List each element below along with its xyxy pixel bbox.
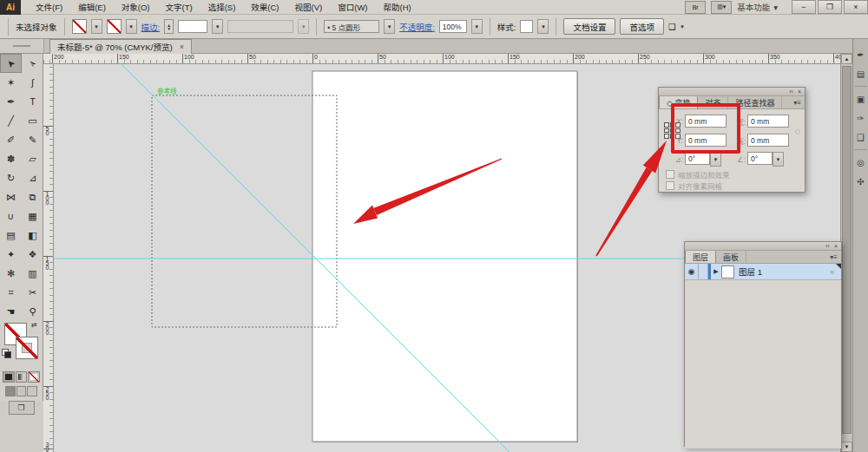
stroke-swatch[interactable]	[16, 337, 38, 359]
stroke-color-dropdown[interactable]: ▼	[126, 19, 137, 34]
menu-item[interactable]: 对象(O)	[114, 0, 158, 15]
chevron-down-icon[interactable]: ▼	[678, 20, 687, 33]
expand-arrow-icon[interactable]: ▶	[711, 264, 721, 279]
layer-thumbnail[interactable]	[721, 265, 734, 278]
magic-wand-tool[interactable]: ✶	[0, 73, 22, 92]
dock-panel-icon-appearance[interactable]: ◎	[854, 155, 868, 169]
tab-artboards[interactable]: 画板	[716, 251, 746, 263]
align-pixel-grid-checkbox[interactable]	[666, 181, 674, 190]
minimize-button[interactable]: −	[792, 0, 816, 14]
type-tool[interactable]: T	[22, 92, 43, 111]
scroll-down-icon[interactable]: ▼	[841, 442, 852, 452]
pen-tool[interactable]: ✒	[0, 92, 22, 111]
column-graph-tool[interactable]: ▥	[22, 264, 43, 283]
restore-button[interactable]: ❐	[818, 0, 842, 14]
opacity-dropdown[interactable]: ▼	[471, 19, 483, 34]
stroke-weight-input[interactable]	[178, 20, 207, 33]
free-transform-tool[interactable]: ⧉	[22, 187, 43, 206]
dock-panel-icon-graphic-styles[interactable]: ▣	[854, 92, 868, 106]
line-segment-tool[interactable]: ╱	[0, 111, 22, 130]
style-dropdown[interactable]: ▼	[537, 19, 549, 34]
stroke-color-swatch[interactable]	[107, 19, 122, 34]
menu-item[interactable]: 帮助(H)	[376, 0, 419, 15]
collapse-icon[interactable]: ‹‹	[825, 243, 830, 249]
width-tool[interactable]: ⋈	[0, 187, 22, 206]
artboard-tool[interactable]: ⌗	[0, 283, 22, 302]
menu-item[interactable]: 编辑(E)	[70, 0, 114, 15]
mesh-tool[interactable]: ▤	[0, 226, 22, 245]
menu-item[interactable]: 视图(V)	[287, 0, 331, 15]
visibility-eye-icon[interactable]: ◉	[685, 264, 699, 279]
dock-panel-icon-brushes[interactable]: ✑	[854, 111, 868, 125]
close-button[interactable]: ×	[844, 0, 868, 14]
fill-color-dropdown[interactable]: ▼	[91, 19, 102, 34]
draw-normal-button[interactable]	[5, 386, 16, 396]
direct-selection-tool[interactable]: ➢	[22, 54, 43, 73]
swap-fill-stroke-icon[interactable]: ⇄	[31, 321, 37, 329]
scale-strokes-checkbox[interactable]	[666, 170, 674, 179]
shear-input[interactable]: 0°	[747, 152, 773, 165]
close-icon[interactable]: ×	[834, 243, 838, 249]
gradient-button[interactable]	[16, 371, 28, 383]
gradient-tool[interactable]: ◧	[22, 226, 43, 245]
vertical-ruler[interactable]: 50100150200250300	[43, 64, 54, 452]
constrain-proportions-icon[interactable]: ◌	[794, 126, 800, 136]
change-screen-mode-button[interactable]: ❐	[9, 401, 35, 415]
document-setup-button[interactable]: 文档设置	[563, 18, 615, 35]
layer-row[interactable]: ◉ ▶ 图层 1 ○	[685, 264, 841, 280]
menu-item[interactable]: 窗口(W)	[330, 0, 375, 15]
none-button[interactable]	[28, 371, 40, 383]
dock-panel-icon-symbols[interactable]: ❑	[854, 130, 868, 144]
collapse-icon[interactable]: ‹‹	[789, 88, 793, 95]
selection-tool[interactable]: ➤	[0, 54, 22, 73]
tab-layers[interactable]: 图层	[685, 251, 716, 263]
width-input[interactable]: 0 mm	[747, 115, 789, 128]
dock-panel-icon-swatches[interactable]: ▤	[854, 67, 868, 81]
tools-panel-header[interactable]	[0, 39, 44, 53]
blob-brush-tool[interactable]: ✽	[0, 149, 22, 168]
rectangle-tool[interactable]: ▭	[22, 111, 43, 130]
paintbrush-tool[interactable]: ✐	[0, 130, 22, 149]
vertical-scrollbar[interactable]: ▲ ▼	[840, 54, 852, 452]
eraser-tool[interactable]: ▱	[22, 149, 43, 168]
dock-panel-icon-links[interactable]: ✣	[854, 174, 868, 188]
fill-color-swatch[interactable]	[72, 19, 87, 34]
brush-definition-select[interactable]: • 5 点圆形	[324, 20, 379, 33]
color-button[interactable]	[3, 371, 15, 383]
menu-item[interactable]: 文字(T)	[158, 0, 201, 15]
draw-inside-button[interactable]	[27, 386, 37, 396]
panel-menu-icon[interactable]: ▾≡	[790, 96, 805, 108]
lock-cell[interactable]	[699, 264, 708, 279]
target-circle-icon[interactable]: ○	[830, 268, 834, 276]
eyedropper-tool[interactable]: ✦	[0, 245, 22, 264]
close-icon[interactable]: ×	[798, 88, 801, 95]
symbol-sprayer-tool[interactable]: ✻	[0, 264, 22, 283]
stroke-weight-label[interactable]: 描边:	[141, 21, 161, 33]
slice-tool[interactable]: ✂	[22, 283, 43, 302]
draw-behind-button[interactable]	[16, 386, 27, 396]
scrollbar-thumb[interactable]	[842, 66, 852, 434]
lasso-tool[interactable]: ʃ	[22, 73, 43, 92]
zoom-tool[interactable]: ⚲	[22, 302, 43, 321]
scale-tool[interactable]: ⊿	[22, 168, 43, 187]
panel-menu-icon[interactable]: ▾≡	[826, 251, 841, 263]
perspective-grid-tool[interactable]: ▦	[22, 206, 43, 226]
stroke-weight-stepper[interactable]: ▲ ▼	[164, 19, 174, 34]
close-icon[interactable]: ×	[180, 43, 184, 51]
stroke-weight-dropdown[interactable]: ▼	[212, 19, 223, 34]
brush-definition-dropdown[interactable]: ▼	[384, 19, 395, 34]
hand-tool[interactable]: ☚	[0, 302, 22, 321]
document-tab[interactable]: 未标题-5* @ 70% (CMYK/预览) ×	[49, 39, 192, 54]
stepper-down-icon[interactable]: ▼	[167, 27, 171, 30]
arrange-documents-icon[interactable]: ▥▾	[711, 1, 732, 14]
opacity-label[interactable]: 不透明度:	[399, 21, 435, 33]
variable-width-profile-dropdown[interactable]: ▼	[298, 19, 309, 34]
rotate-input[interactable]: 0°	[685, 152, 710, 165]
variable-width-profile-select[interactable]	[227, 20, 293, 33]
rotate-tool[interactable]: ↻	[0, 168, 22, 187]
default-fill-stroke-icon[interactable]	[2, 349, 10, 357]
menu-item[interactable]: 文件(F)	[28, 0, 70, 15]
layer-name[interactable]: 图层 1	[739, 265, 762, 278]
shear-dropdown[interactable]: ▼	[773, 152, 784, 167]
rotate-dropdown[interactable]: ▼	[710, 152, 721, 167]
